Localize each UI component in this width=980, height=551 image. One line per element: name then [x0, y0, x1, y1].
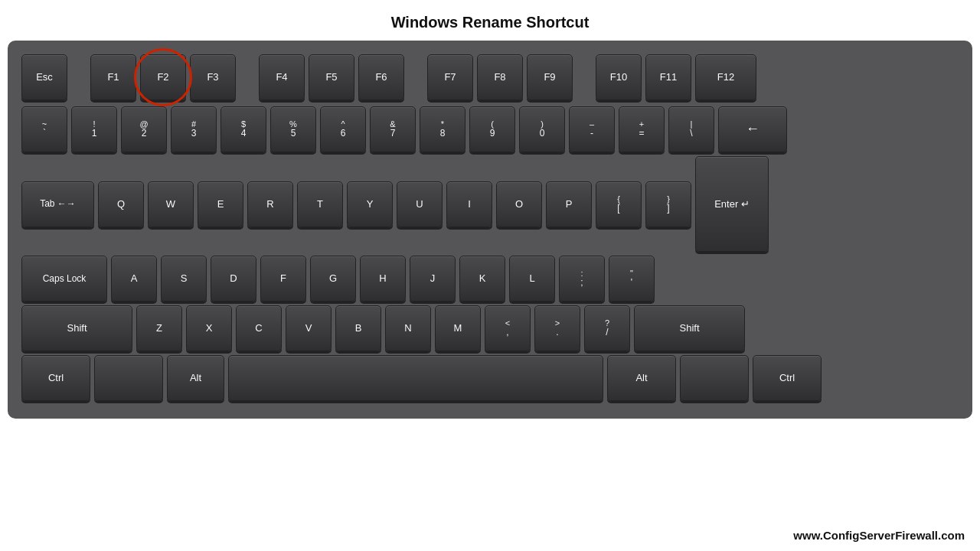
key-4[interactable]: $ 4 [220, 106, 266, 152]
key-f9[interactable]: F9 [527, 54, 573, 100]
key-slash[interactable]: ? / [584, 305, 630, 351]
key-f8-label: F8 [494, 71, 505, 83]
key-3[interactable]: # 3 [171, 106, 217, 152]
key-1[interactable]: ! 1 [71, 106, 117, 152]
key-p[interactable]: P [546, 181, 592, 227]
key-esc[interactable]: Esc [21, 54, 67, 100]
key-9[interactable]: ( 9 [469, 106, 515, 152]
key-comma[interactable]: < , [485, 305, 531, 351]
key-ctrl-right[interactable]: Ctrl [753, 355, 822, 401]
key-equal[interactable]: + = [619, 106, 665, 152]
key-c[interactable]: C [236, 305, 282, 351]
key-period[interactable]: > . [534, 305, 580, 351]
key-rbracket[interactable]: } ] [645, 181, 691, 227]
key-f5[interactable]: F5 [309, 54, 354, 100]
key-quote[interactable]: " ' [609, 256, 655, 302]
key-5[interactable]: % 5 [270, 106, 316, 152]
key-tilde-bottom: ` [43, 129, 46, 139]
key-shift-left[interactable]: Shift [21, 305, 132, 351]
key-2[interactable]: @ 2 [121, 106, 167, 152]
key-0[interactable]: ) 0 [519, 106, 565, 152]
key-a[interactable]: A [111, 256, 157, 302]
key-n[interactable]: N [385, 305, 431, 351]
key-f1[interactable]: F1 [90, 54, 136, 100]
key-9-bottom: 9 [490, 129, 495, 139]
key-f10[interactable]: F10 [596, 54, 642, 100]
key-f6-label: F6 [375, 71, 387, 83]
key-t[interactable]: T [297, 181, 343, 227]
key-tab-label: Tab ←→ [40, 198, 76, 209]
key-e[interactable]: E [198, 181, 243, 227]
key-i[interactable]: I [446, 181, 492, 227]
key-6[interactable]: ^ 6 [320, 106, 366, 152]
key-win[interactable] [94, 355, 163, 401]
key-ctrl-left[interactable]: Ctrl [21, 355, 90, 401]
asdf-key-row: Caps Lock A S D F G H J K L : ; " ' [21, 256, 959, 302]
key-fn[interactable] [680, 355, 749, 401]
key-minus[interactable]: – - [569, 106, 615, 152]
key-v[interactable]: V [286, 305, 332, 351]
key-j[interactable]: J [410, 256, 456, 302]
key-tilde[interactable]: ~ ` [21, 106, 67, 152]
key-f4[interactable]: F4 [259, 54, 305, 100]
key-f7[interactable]: F7 [427, 54, 473, 100]
key-tab[interactable]: Tab ←→ [21, 181, 94, 227]
key-semicolon[interactable]: : ; [559, 256, 605, 302]
key-h[interactable]: H [360, 256, 406, 302]
key-z[interactable]: Z [136, 305, 182, 351]
key-w[interactable]: W [148, 181, 194, 227]
key-g[interactable]: G [310, 256, 356, 302]
key-alt-left[interactable]: Alt [167, 355, 224, 401]
key-b[interactable]: B [335, 305, 381, 351]
key-f8[interactable]: F8 [477, 54, 523, 100]
key-caps-label: Caps Lock [43, 273, 87, 284]
key-y[interactable]: Y [347, 181, 393, 227]
key-q[interactable]: Q [98, 181, 144, 227]
key-r[interactable]: R [247, 181, 293, 227]
key-lbracket[interactable]: { [ [596, 181, 642, 227]
page-title: Windows Rename Shortcut [0, 0, 980, 41]
key-o[interactable]: O [496, 181, 542, 227]
qwerty-key-row: Tab ←→ Q W E R T Y U I O P { [ } ] Enter… [21, 156, 959, 252]
key-f[interactable]: F [260, 256, 306, 302]
key-d[interactable]: D [211, 256, 256, 302]
key-f4-label: F4 [276, 71, 287, 83]
key-space[interactable] [228, 355, 603, 401]
key-backspace-label: ← [746, 121, 760, 138]
key-u[interactable]: U [397, 181, 443, 227]
key-f12-label: F12 [717, 71, 734, 83]
key-bs-bottom: \ [690, 129, 692, 139]
key-alt-right[interactable]: Alt [607, 355, 676, 401]
key-7[interactable]: & 7 [370, 106, 416, 152]
key-f11[interactable]: F11 [645, 54, 691, 100]
key-3-bottom: 3 [191, 129, 197, 139]
key-f12[interactable]: F12 [695, 54, 756, 100]
key-8-bottom: 8 [440, 129, 446, 139]
key-6-bottom: 6 [341, 129, 346, 139]
key-enter-label: Enter ↵ [714, 198, 750, 210]
key-f6[interactable]: F6 [358, 54, 404, 100]
key-enter[interactable]: Enter ↵ [695, 156, 769, 252]
key-8[interactable]: * 8 [420, 106, 466, 152]
key-f11-label: F11 [660, 71, 677, 83]
key-sc-bottom: ; [580, 278, 583, 288]
key-f2[interactable]: F2 [140, 54, 186, 100]
key-alt-right-label: Alt [635, 372, 647, 384]
key-f9-label: F9 [544, 71, 555, 83]
key-x[interactable]: X [186, 305, 232, 351]
key-f3[interactable]: F3 [190, 54, 236, 100]
key-l[interactable]: L [509, 256, 555, 302]
key-ctrl-left-label: Ctrl [48, 372, 64, 384]
key-sl-bottom: / [606, 328, 608, 337]
key-4-bottom: 4 [241, 129, 247, 139]
key-k[interactable]: K [459, 256, 505, 302]
key-m[interactable]: M [435, 305, 481, 351]
key-cm-bottom: , [506, 328, 508, 337]
key-caps-lock[interactable]: Caps Lock [21, 256, 107, 302]
key-rb-bottom: ] [667, 204, 669, 214]
key-s[interactable]: S [161, 256, 207, 302]
key-backslash-num[interactable]: | \ [668, 106, 714, 152]
key-backspace[interactable]: ← [718, 106, 787, 152]
key-shift-right[interactable]: Shift [634, 305, 745, 351]
key-ctrl-right-label: Ctrl [779, 372, 795, 384]
